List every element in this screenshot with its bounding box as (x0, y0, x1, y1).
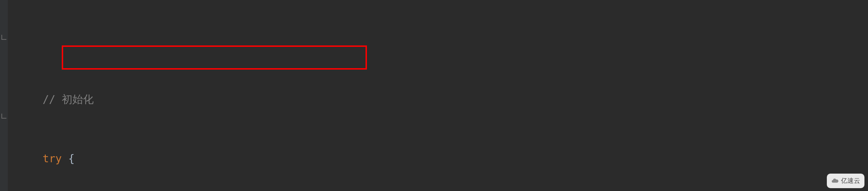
code-comment: // 初始化 (43, 93, 94, 105)
watermark-text: 亿速云 (841, 175, 860, 187)
cloud-icon (831, 177, 839, 185)
code-editor[interactable]: // 初始化 try { invokeInitMethods(beanName,… (0, 0, 868, 191)
watermark-badge: 亿速云 (827, 174, 864, 188)
brace-open: { (62, 152, 75, 165)
keyword-try: try (43, 152, 62, 165)
